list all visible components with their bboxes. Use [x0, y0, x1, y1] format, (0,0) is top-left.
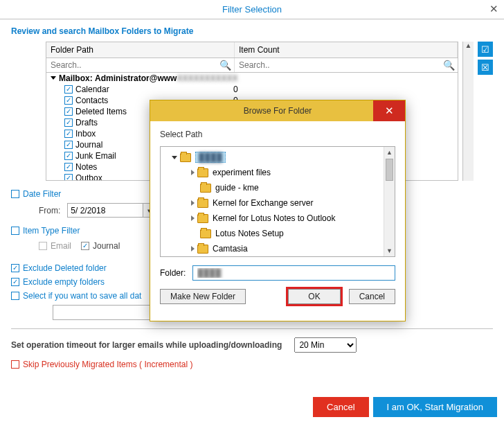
checkbox-icon[interactable]: ✓: [64, 141, 73, 149]
modal-title: Browse For Folder: [244, 106, 312, 116]
exclude-empty-label: Exclude empty folders: [23, 277, 105, 287]
timeout-label: Set operation timeout for larger emails …: [11, 340, 282, 350]
checkbox-icon[interactable]: ✓: [64, 152, 73, 160]
chevron-down-icon[interactable]: [172, 156, 177, 159]
from-label: From:: [39, 206, 60, 215]
separator: [11, 328, 493, 329]
folder-tree: ████ experiment files guide - kme Kernel…: [160, 146, 395, 257]
folder-icon: [197, 199, 208, 208]
tree-item[interactable]: Kernel for Lotus Notes to Outlook: [191, 211, 393, 226]
checkbox-icon: [11, 360, 19, 369]
make-new-folder-button[interactable]: Make New Folder: [160, 289, 246, 304]
checkbox-icon: [39, 242, 47, 250]
expand-icon[interactable]: [51, 76, 56, 80]
start-migration-button[interactable]: I am OK, Start Migration: [373, 397, 497, 417]
scroll-up-icon[interactable]: ▲: [384, 147, 395, 158]
checkbox-icon: [11, 292, 19, 300]
checkbox-icon: ✓: [11, 264, 19, 272]
page-heading: Review and search Mailbox Folders to Mig…: [11, 26, 493, 36]
folder-field-label: Folder:: [160, 268, 186, 278]
journal-type-checkbox[interactable]: ✓ Journal: [81, 241, 120, 251]
scroll-thumb[interactable]: [386, 159, 393, 181]
header-item-count[interactable]: Item Count: [235, 42, 458, 58]
tree-item-label: guide - kme: [215, 183, 259, 193]
modal-close-button[interactable]: ✕: [373, 100, 405, 121]
tree-item-label: Kernel for Exchange server: [213, 198, 313, 208]
folder-icon: [197, 214, 208, 223]
folder-name: Junk Email: [75, 151, 116, 161]
ok-button[interactable]: OK: [288, 289, 340, 304]
folder-name: Notes: [75, 162, 97, 172]
mailbox-prefix: Mailbox: [59, 73, 90, 83]
checkbox-icon[interactable]: ✓: [64, 163, 73, 171]
tree-item-label: Lotus Notes Setup: [215, 229, 284, 238]
chevron-right-icon[interactable]: [191, 246, 195, 251]
tree-item[interactable]: Lotus Notes Setup: [191, 226, 393, 241]
checkbox-icon: [11, 190, 19, 198]
select-all-button[interactable]: ☑: [478, 42, 493, 57]
exclude-deleted-label: Exclude Deleted folder: [23, 263, 107, 273]
email-type-checkbox[interactable]: Email: [39, 241, 71, 251]
date-filter-label: Date Filter: [23, 189, 61, 199]
checkbox-icon[interactable]: ✓: [64, 107, 73, 116]
checkbox-icon[interactable]: ✓: [64, 174, 73, 180]
chevron-right-icon[interactable]: [191, 215, 195, 221]
main-title: Filter Selection: [222, 4, 282, 15]
close-icon[interactable]: ✕: [489, 3, 498, 15]
from-date-input[interactable]: [67, 203, 143, 218]
folder-name: Outbox: [75, 173, 102, 180]
search-icon[interactable]: 🔍: [217, 60, 234, 71]
folder-path-input[interactable]: [192, 265, 395, 281]
tree-root-item[interactable]: ████: [172, 150, 393, 165]
save-all-label: Select if you want to save all dat: [23, 291, 141, 301]
checkbox-icon: ✓: [81, 242, 89, 250]
modal-titlebar: Browse For Folder ✕: [150, 100, 405, 121]
timeout-select[interactable]: 20 Min: [294, 337, 357, 353]
checkbox-icon[interactable]: ✓: [64, 130, 73, 138]
tree-item-label: experiment files: [213, 168, 271, 177]
tree-item[interactable]: Camtasia: [191, 241, 393, 256]
item-type-filter-label: Item Type Filter: [23, 226, 80, 236]
chevron-right-icon[interactable]: [191, 200, 195, 206]
skip-label: Skip Previously Migrated Items ( Increme…: [23, 360, 192, 369]
scroll-down-icon[interactable]: ▼: [384, 245, 395, 256]
deselect-all-button[interactable]: ☒: [478, 60, 493, 75]
tree-item-label: Kernel for Lotus Notes to Outlook: [213, 213, 335, 223]
tree-item[interactable]: guide - kme: [191, 180, 393, 195]
header-folder-path[interactable]: Folder Path: [46, 42, 235, 58]
search-icon[interactable]: 🔍: [440, 60, 458, 71]
cancel-button[interactable]: Cancel: [313, 397, 368, 417]
scroll-up-icon[interactable]: ▲: [465, 42, 472, 49]
browse-folder-dialog: Browse For Folder ✕ Select Path ████ exp…: [150, 100, 406, 321]
chevron-right-icon[interactable]: [191, 170, 195, 175]
checkbox-icon[interactable]: ✓: [64, 96, 73, 105]
skip-previously-checkbox[interactable]: Skip Previously Migrated Items ( Increme…: [11, 360, 493, 369]
tree-scrollbar[interactable]: ▲ ▼: [384, 147, 395, 256]
folder-icon: [197, 168, 208, 177]
mailbox-name: Administrator@www: [95, 73, 177, 83]
folder-name: Calendar: [75, 85, 109, 94]
tree-item[interactable]: Kernel for Exchange server: [191, 195, 393, 211]
checkbox-icon: ✓: [11, 278, 19, 286]
modal-subtitle: Select Path: [160, 130, 395, 139]
checkbox-icon[interactable]: ✓: [64, 85, 73, 94]
folder-icon: [197, 245, 208, 254]
tree-item[interactable]: experiment files: [191, 165, 393, 180]
checkbox-icon: [11, 227, 19, 235]
folder-icon: [180, 153, 191, 162]
checkbox-icon[interactable]: ✓: [64, 118, 73, 127]
search-item-count-input[interactable]: [235, 58, 440, 72]
folder-name: Inbox: [75, 129, 96, 139]
folder-count: 0: [233, 85, 458, 94]
table-headers: Folder Path Item Count: [46, 42, 458, 58]
folder-name: Deleted Items: [75, 107, 127, 116]
main-titlebar: Filter Selection ✕: [0, 0, 504, 19]
search-folder-path-input[interactable]: [46, 58, 217, 72]
email-type-label: Email: [51, 241, 71, 251]
folder-scrollbar[interactable]: ▲: [462, 42, 474, 181]
modal-cancel-button[interactable]: Cancel: [349, 289, 395, 304]
table-row[interactable]: ✓Calendar0: [46, 84, 458, 95]
mailbox-row[interactable]: Mailbox: Administrator@www XXXXXXXXXXX: [46, 73, 458, 84]
folder-name: Journal: [75, 140, 102, 150]
folder-icon: [200, 184, 211, 193]
